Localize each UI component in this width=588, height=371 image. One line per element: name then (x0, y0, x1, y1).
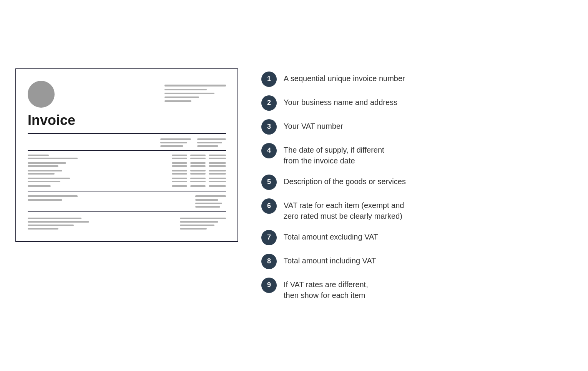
r1l1 (28, 155, 49, 156)
header-lines (164, 85, 226, 102)
r5-col3 (209, 185, 226, 187)
r1c3l2 (209, 158, 226, 159)
r4-col1 (172, 178, 187, 182)
req-text-6: VAT rate for each item (exempt and zero … (284, 198, 404, 221)
r2-col1 (172, 162, 187, 167)
invoice-header (28, 81, 226, 108)
r1c2l1 (190, 155, 206, 156)
r5-col1 (172, 185, 187, 187)
fl4 (28, 228, 58, 230)
r3-col2 (190, 170, 206, 175)
r2c1l1 (172, 162, 187, 164)
req-text-9: If VAT rates are different, then show fo… (284, 277, 368, 301)
row2-left (28, 162, 66, 167)
fr4 (180, 228, 207, 230)
meta-line-6 (197, 145, 218, 147)
r4c1l1 (172, 178, 187, 179)
fl2 (28, 221, 89, 223)
r4c2l1 (190, 178, 206, 179)
r5c3l1 (209, 185, 226, 187)
req-text-3: Your VAT number (284, 118, 343, 131)
main-container: Invoice (15, 68, 573, 303)
table-row-5 (28, 185, 226, 187)
r1c3l1 (209, 155, 226, 156)
r5c1l1 (172, 185, 187, 187)
r1-col3 (209, 155, 226, 159)
row5-left (28, 185, 51, 187)
r4l1 (28, 178, 70, 179)
requirement-item-9: 9If VAT rates are different, then show f… (261, 275, 573, 303)
table-row-3 (28, 170, 226, 175)
row2-right (172, 162, 226, 167)
fr2 (180, 221, 218, 223)
sub-r3 (195, 203, 222, 204)
row1-left (28, 155, 78, 159)
meta-line-1 (160, 138, 191, 140)
subtotal-section (28, 195, 226, 208)
req-number-1: 1 (261, 72, 277, 87)
table-rows (28, 155, 226, 187)
sub-r1 (195, 195, 226, 197)
r2c3l2 (209, 165, 226, 167)
r1-col1 (172, 155, 187, 159)
divider-1 (28, 133, 226, 134)
r3l1 (28, 170, 62, 171)
invoice-logo (28, 81, 55, 108)
r2-col2 (190, 162, 206, 167)
fl1 (28, 218, 81, 219)
meta-line-2 (160, 142, 187, 143)
divider-4 (28, 211, 226, 212)
sub-l1 (28, 195, 78, 197)
req-text-4: The date of supply, if different from th… (284, 142, 384, 166)
invoice-title: Invoice (28, 112, 226, 128)
requirement-item-6: 6VAT rate for each item (exempt and zero… (261, 195, 573, 224)
row3-left (28, 170, 62, 175)
r2c2l2 (190, 165, 206, 167)
requirement-item-5: 5Description of the goods or services (261, 171, 573, 192)
subtotal-right (195, 195, 226, 208)
req-text-2: Your business name and address (284, 95, 397, 108)
invoice-mockup: Invoice (15, 68, 238, 242)
header-line-1 (164, 85, 226, 87)
r5-col2 (190, 185, 206, 187)
subtotal-left (28, 195, 78, 201)
footer-left (28, 218, 89, 230)
r2-col3 (209, 162, 226, 167)
r2l2 (28, 165, 58, 167)
r3c3l1 (209, 170, 226, 171)
r3-col1 (172, 170, 187, 175)
r4c1l2 (172, 181, 187, 182)
r2c1l2 (172, 165, 187, 167)
divider-2 (28, 150, 226, 151)
row3-right (172, 170, 226, 175)
req-number-9: 9 (261, 278, 277, 293)
req-number-6: 6 (261, 198, 277, 214)
req-number-2: 2 (261, 95, 277, 111)
header-line-5 (164, 100, 191, 102)
r1c2l2 (190, 158, 206, 159)
req-text-1: A sequential unique invoice number (284, 71, 405, 84)
table-row-2 (28, 162, 226, 167)
requirement-item-7: 7Total amount excluding VAT (261, 227, 573, 248)
divider-3 (28, 191, 226, 191)
r1c1l1 (172, 155, 187, 156)
fr1 (180, 218, 226, 219)
meta-col-1 (160, 138, 191, 147)
r3c1l1 (172, 170, 187, 171)
requirement-item-1: 1A sequential unique invoice number (261, 68, 573, 89)
req-number-7: 7 (261, 230, 277, 245)
req-number-5: 5 (261, 175, 277, 190)
r1l2 (28, 158, 78, 159)
fl3 (28, 225, 74, 226)
row1-right (172, 155, 226, 159)
meta-line-5 (197, 142, 222, 143)
r4-col2 (190, 178, 206, 182)
row4-right (172, 178, 226, 182)
r2c3l1 (209, 162, 226, 164)
r4-col3 (209, 178, 226, 182)
req-text-5: Description of the goods or services (284, 174, 406, 187)
r3c2l2 (190, 173, 206, 175)
req-text-7: Total amount excluding VAT (284, 229, 378, 242)
req-number-8: 8 (261, 254, 277, 269)
table-row-1 (28, 155, 226, 159)
